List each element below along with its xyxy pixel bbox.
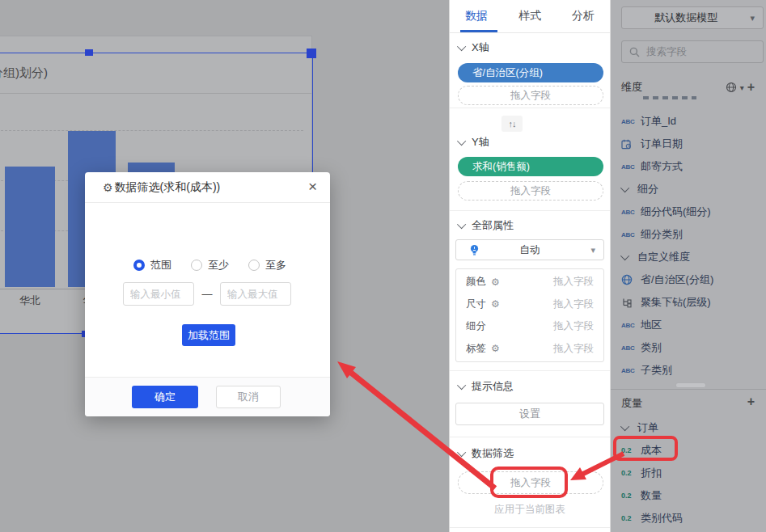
- gear-icon[interactable]: ⚙: [491, 298, 500, 310]
- dimension-group[interactable]: 细分: [611, 178, 766, 201]
- data-filter-section-header[interactable]: 数据筛选: [459, 447, 514, 460]
- load-range-button[interactable]: 加载范围: [182, 324, 235, 346]
- globe-filter-icon[interactable]: [726, 82, 737, 93]
- x-axis-field-pill[interactable]: 省/自治区(分组): [458, 63, 603, 82]
- chevron-down-icon: [457, 448, 466, 457]
- chevron-down-icon: [457, 381, 466, 390]
- x-axis-section-header[interactable]: X轴: [459, 41, 489, 54]
- number-icon: 0.2: [621, 446, 641, 454]
- ok-button[interactable]: 确定: [132, 386, 198, 408]
- resize-handle-top-right[interactable]: [307, 49, 316, 58]
- swap-axes-button[interactable]: ↑↓: [501, 116, 523, 132]
- radio-at-least[interactable]: 至少: [191, 258, 229, 272]
- search-icon: [629, 47, 640, 57]
- chevron-down-icon: ▾: [750, 13, 755, 23]
- divider: [450, 437, 610, 437]
- radio-at-most[interactable]: 至多: [248, 258, 286, 272]
- fields-panel: 默认数据模型 ▾ 维度 ▾ + ABC 订单_Id: [611, 0, 766, 532]
- chevron-down-icon: [620, 251, 629, 260]
- measure-item-cost[interactable]: 0.2 成本: [611, 439, 766, 462]
- y-axis-section-header[interactable]: Y轴: [459, 136, 489, 149]
- data-model-selector[interactable]: 默认数据模型 ▾: [621, 6, 764, 29]
- abc-icon: ABC: [621, 231, 641, 239]
- abc-icon: ABC: [621, 209, 641, 216]
- tab-data[interactable]: 数据: [450, 0, 503, 32]
- clipped-list-item: [643, 96, 696, 99]
- dimension-item[interactable]: ABC 子类别: [611, 359, 766, 382]
- dimension-item[interactable]: ABC 地区: [611, 314, 766, 336]
- close-icon[interactable]: ×: [308, 178, 317, 196]
- field-search-input[interactable]: [645, 45, 745, 58]
- range-inputs: —: [123, 282, 291, 306]
- globe-icon: [621, 274, 641, 285]
- active-tab-underline: [460, 30, 497, 32]
- chevron-down-icon[interactable]: ▾: [740, 83, 744, 92]
- modal-header: ⚙ 数据筛选(求和(成本)) ×: [85, 172, 330, 203]
- attr-row-color[interactable]: 颜色 ⚙ 拖入字段: [456, 272, 603, 293]
- field-search-box[interactable]: [621, 40, 764, 63]
- tooltip-section-header[interactable]: 提示信息: [459, 380, 514, 393]
- attribute-rows-group: 颜色 ⚙ 拖入字段 尺寸 ⚙ 拖入字段 细分 拖入字段 标签 ⚙ 拖入字段: [455, 268, 604, 362]
- gear-icon[interactable]: ⚙: [491, 343, 500, 354]
- abc-icon: ABC: [621, 344, 641, 352]
- auto-mode-label: 自动: [468, 243, 590, 257]
- dimension-item[interactable]: ABC 类别: [611, 336, 766, 359]
- max-value-input[interactable]: [220, 282, 291, 306]
- range-dash: —: [194, 288, 220, 300]
- measure-item[interactable]: 0.2 折扣: [611, 462, 766, 484]
- dimension-item[interactable]: 订单日期: [611, 133, 766, 155]
- panel-splitter-handle[interactable]: [675, 382, 706, 388]
- number-icon: 0.2: [621, 514, 641, 522]
- radio-dot: [133, 260, 145, 271]
- measures-title: 度量: [621, 396, 642, 411]
- divider: [611, 389, 766, 390]
- attr-row-label[interactable]: 标签 ⚙ 拖入字段: [456, 338, 603, 359]
- dimension-item[interactable]: 聚集下钻(层级): [611, 291, 766, 314]
- add-dimension-button[interactable]: +: [747, 80, 755, 95]
- abc-icon: ABC: [621, 322, 641, 329]
- add-measure-button[interactable]: +: [747, 395, 755, 409]
- filter-drop-zone[interactable]: 拖入字段: [458, 471, 603, 494]
- dimension-item[interactable]: ABC 订单_Id: [611, 110, 766, 133]
- dimension-item[interactable]: 省/自治区(分组): [611, 268, 766, 291]
- auto-mode-dropdown[interactable]: 自动 ▾: [455, 239, 604, 260]
- modal-title: ⚙ 数据筛选(求和(成本)): [103, 180, 220, 195]
- tab-analysis[interactable]: 分析: [557, 0, 610, 32]
- calendar-icon: [621, 139, 641, 150]
- config-tabbar: 数据 样式 分析: [450, 0, 610, 33]
- chevron-down-icon: ▾: [590, 245, 595, 255]
- attr-row-subdivision[interactable]: 细分 拖入字段: [456, 316, 603, 337]
- attr-row-size[interactable]: 尺寸 ⚙ 拖入字段: [456, 293, 603, 315]
- divider: [450, 370, 610, 371]
- dimension-item[interactable]: ABC 细分类别: [611, 223, 766, 246]
- radio-dot: [248, 260, 260, 271]
- filter-scope-note: 应用于当前图表: [450, 503, 610, 517]
- all-attributes-section-header[interactable]: 全部属性: [459, 219, 514, 232]
- chevron-down-icon: [620, 184, 629, 192]
- gear-icon[interactable]: ⚙: [491, 277, 500, 288]
- y-axis-drop-zone[interactable]: 拖入字段: [458, 181, 603, 201]
- divider: [450, 108, 610, 108]
- number-icon: 0.2: [621, 492, 641, 500]
- resize-handle-top[interactable]: [85, 49, 93, 56]
- radio-dot: [191, 260, 202, 271]
- chevron-down-icon: [457, 42, 466, 51]
- measure-item[interactable]: 0.2 类别代码: [611, 507, 766, 530]
- dimensions-title: 维度: [621, 80, 642, 95]
- modal-footer: 确定 取消: [85, 377, 330, 416]
- radio-range[interactable]: 范围: [133, 258, 171, 272]
- tooltip-settings-button[interactable]: 设置: [455, 403, 604, 425]
- y-axis-field-pill[interactable]: 求和(销售额): [458, 157, 603, 176]
- tab-style[interactable]: 样式: [503, 0, 557, 32]
- dimension-group[interactable]: 自定义维度: [611, 246, 766, 268]
- divider: [450, 210, 610, 211]
- dimension-item[interactable]: ABC 邮寄方式: [611, 155, 766, 178]
- measure-item[interactable]: 0.2 数量: [611, 484, 766, 507]
- cancel-button[interactable]: 取消: [216, 386, 281, 408]
- min-value-input[interactable]: [123, 282, 194, 306]
- dimension-item[interactable]: ABC 细分代码(细分): [611, 201, 766, 223]
- x-axis-drop-zone[interactable]: 拖入字段: [458, 86, 603, 105]
- gear-icon: ⚙: [103, 181, 113, 194]
- measure-group[interactable]: 订单: [611, 416, 766, 439]
- abc-icon: ABC: [621, 163, 641, 171]
